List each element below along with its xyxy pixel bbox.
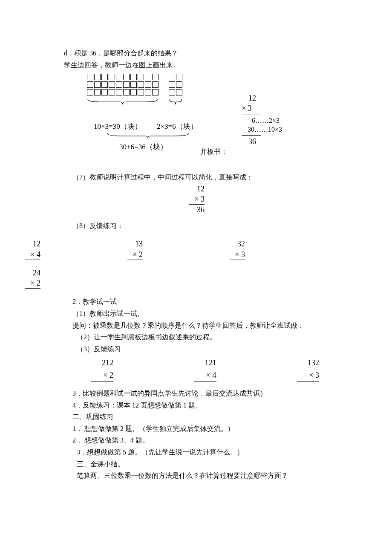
brace-right-icon	[169, 98, 182, 109]
section-summary-title: 三、全课小结。	[64, 459, 328, 470]
consolidate-1: 1． 想想做做第 2 题。（学生独立完成后集体交流。）	[64, 423, 328, 434]
paragraph-d: d．积是 36，是哪部分合起来的结果？	[64, 48, 328, 59]
section-2-2: （2）让一学生到黑板边板书边叙述乘的过程。	[64, 332, 328, 343]
section-consolidate-title: 二、巩固练习	[64, 411, 328, 422]
summary-question: 笔算两、三位数乘一位数的方法是什么？在计算过程要注意哪些方面？	[64, 470, 328, 481]
practice-item: 12 × 4	[23, 239, 40, 260]
practice-item: 32 × 3	[228, 239, 245, 260]
vcalc-r2: × 3	[242, 103, 293, 113]
calc-2x3: 2×3=6（块）	[157, 121, 198, 132]
simplify-r1: 12	[189, 184, 205, 194]
squares-group-2	[169, 74, 182, 97]
diagram-area: 10×3=30（块） 2×3=6（块） 30+6=36（块） 并板书： 12 ×…	[64, 74, 328, 163]
section-2-3: （3）反馈练习	[64, 344, 328, 355]
section-2-question: 提问：被乘数是几位数？乘的顺序是什么？待学生回答后，教师让全班试做．	[64, 320, 328, 331]
paragraph-answer: 学生边回答，教师一边在图上画出来。	[64, 60, 328, 71]
paragraph-8: （8）反馈练习：	[64, 220, 328, 231]
section-2-1: （1）教师出示试一试。	[64, 308, 328, 319]
practice-item: 212 × 2	[91, 357, 113, 382]
practice-item: 132 × 3	[297, 357, 319, 382]
vcalc-r1: 12	[242, 93, 293, 103]
brace-left-icon	[87, 98, 159, 109]
vcalc-r3: 6……2×3	[242, 116, 293, 125]
calc-10x3: 10×3=30（块）	[94, 121, 142, 132]
consolidate-3: 3．想想做做第 5 题。（先让学生说一说先计算什么。）	[64, 447, 328, 458]
practice-item: 121 × 4	[194, 357, 216, 382]
practice-item: 13 × 2	[126, 239, 143, 260]
squares-group-10	[87, 74, 159, 97]
paragraph-4: 4．反馈练习：课本 12 页想想做做第 1 题。	[64, 400, 328, 411]
practice-row-2: 212 × 2 121 × 4 132 × 3	[91, 357, 319, 382]
consolidate-2: 2． 想想做做第 3、4 题。	[64, 435, 328, 446]
practice-row-1: 12 × 4 13 × 2 32 × 3	[43, 239, 328, 260]
calc-sum: 30+6=36（块）	[119, 141, 167, 153]
vcalc-r4: 30……10×3	[242, 125, 293, 134]
vcalc-r5: 36	[242, 136, 293, 147]
paragraph-3: 3．比较例题和试一试的异同点学生先讨论，最后交流达成共识）	[64, 388, 328, 399]
simplify-r2: × 3	[189, 194, 205, 204]
board-label: 并板书：	[200, 146, 228, 157]
simplify-r3: 36	[189, 205, 205, 215]
practice-item-extra: 24 × 2	[23, 268, 40, 289]
vertical-calc-simplified: 12 × 3 36	[189, 184, 205, 215]
section-2-title: 2．教学试一试	[64, 296, 328, 307]
paragraph-7: （7）教师说明计算过程中，中间过程可以简化，直接写成：	[64, 172, 328, 183]
vertical-calc-detailed: 12 × 3 6……2×3 30……10×3 36	[242, 93, 293, 147]
